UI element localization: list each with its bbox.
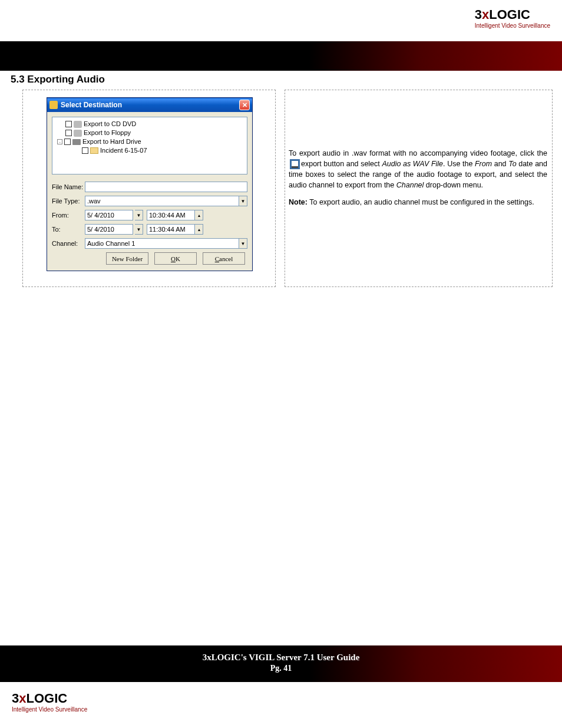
section-heading: 5.3 Exporting Audio — [11, 74, 105, 85]
floppy-icon — [74, 130, 82, 137]
save-icon — [290, 159, 300, 169]
collapse-icon[interactable]: - — [57, 139, 62, 144]
chevron-down-icon[interactable]: ▼ — [239, 196, 247, 206]
note-text: To export audio, an audio channel must b… — [308, 198, 534, 206]
chevron-down-icon[interactable]: ▼ — [135, 224, 143, 235]
note-paragraph: Note: To export audio, an audio channel … — [289, 197, 547, 207]
logo-x: x — [482, 7, 489, 22]
logo-text: 3xLOGIC — [475, 7, 550, 22]
footer-band: 3xLOGIC's VIGIL Server 7.1 User Guide Pg… — [0, 645, 562, 682]
logo-text: 3xLOGIC — [12, 691, 87, 706]
dialog-title: Select Destination — [61, 101, 239, 109]
to-time-picker[interactable]: ▴ — [147, 224, 203, 235]
chevron-down-icon[interactable]: ▼ — [135, 210, 143, 220]
note-label: Note: — [289, 198, 308, 206]
footer-page: Pg. 41 — [0, 664, 562, 673]
header-band — [0, 41, 562, 71]
channel-label: Channel: — [52, 240, 85, 247]
brand-logo-top: 3xLOGIC Intelligent Video Surveillance — [475, 7, 550, 29]
footer-title: 3xLOGIC's VIGIL Server 7.1 User Guide — [0, 653, 562, 663]
checkbox-icon[interactable] — [65, 121, 72, 127]
to-date-picker[interactable]: ▼ — [85, 224, 143, 235]
tree-item-cd-dvd[interactable]: Export to CD DVD — [57, 120, 242, 129]
channel-select[interactable]: ▼ — [85, 238, 247, 249]
tree-label: Incident 6-15-07 — [100, 146, 147, 155]
instruction-text: To export audio in .wav format with no a… — [289, 148, 547, 207]
tree-label: Export to Hard Drive — [82, 137, 141, 146]
checkbox-icon[interactable] — [82, 147, 88, 154]
cancel-button[interactable]: Cancel — [203, 252, 245, 265]
to-time-input[interactable] — [147, 224, 195, 235]
channel-value[interactable] — [85, 238, 239, 249]
instruction-paragraph: To export audio in .wav format with no a… — [289, 148, 547, 191]
file-name-input[interactable] — [85, 182, 247, 192]
drive-icon — [72, 139, 81, 145]
spinner-icon[interactable]: ▴ — [195, 224, 203, 235]
logo-tagline: Intelligent Video Surveillance — [12, 706, 87, 713]
from-time-picker[interactable]: ▴ — [147, 210, 203, 220]
brand-logo-bottom: 3xLOGIC Intelligent Video Surveillance — [12, 691, 87, 713]
tree-label: Export to CD DVD — [84, 120, 136, 129]
file-type-value[interactable] — [85, 196, 239, 206]
logo-x: x — [19, 691, 26, 706]
from-date-input[interactable] — [85, 210, 133, 220]
to-label: To: — [52, 226, 85, 233]
file-type-label: File Type: — [52, 197, 85, 205]
logo-pre: 3 — [475, 7, 482, 22]
new-folder-button[interactable]: New Folder — [106, 252, 148, 265]
destination-tree[interactable]: Export to CD DVD Export to Floppy - Expo… — [52, 117, 247, 174]
content-row: Select Destination ✕ Export to CD DVD Ex… — [22, 90, 553, 287]
dialog-form: File Name: File Type: ▼ From: ▼ — [47, 179, 252, 271]
logo-pre: 3 — [12, 691, 19, 706]
tree-item-floppy[interactable]: Export to Floppy — [57, 129, 242, 137]
ok-button[interactable]: OK — [154, 252, 197, 265]
checkbox-icon[interactable] — [64, 139, 71, 145]
dialog-titlebar[interactable]: Select Destination ✕ — [47, 98, 252, 112]
tree-item-harddrive[interactable]: - Export to Hard Drive — [57, 137, 242, 146]
logo-tagline: Intelligent Video Surveillance — [475, 22, 550, 29]
file-type-select[interactable]: ▼ — [85, 196, 247, 206]
screenshot-box: Select Destination ✕ Export to CD DVD Ex… — [22, 90, 276, 287]
folder-icon — [90, 147, 98, 154]
file-name-label: File Name: — [52, 183, 85, 190]
tree-item-incident[interactable]: Incident 6-15-07 — [57, 146, 242, 155]
from-label: From: — [52, 212, 85, 219]
close-button[interactable]: ✕ — [239, 100, 250, 110]
disc-icon — [74, 121, 82, 128]
spinner-icon[interactable]: ▴ — [195, 210, 203, 220]
from-date-picker[interactable]: ▼ — [85, 210, 143, 220]
select-destination-dialog: Select Destination ✕ Export to CD DVD Ex… — [47, 97, 253, 271]
instruction-box: To export audio in .wav format with no a… — [285, 90, 553, 287]
from-time-input[interactable] — [147, 210, 195, 220]
chevron-down-icon[interactable]: ▼ — [239, 238, 247, 249]
logo-post: LOGIC — [489, 7, 530, 22]
dialog-icon — [49, 101, 58, 109]
tree-label: Export to Floppy — [84, 129, 131, 137]
to-date-input[interactable] — [85, 224, 133, 235]
logo-post: LOGIC — [27, 691, 68, 706]
checkbox-icon[interactable] — [65, 130, 72, 136]
